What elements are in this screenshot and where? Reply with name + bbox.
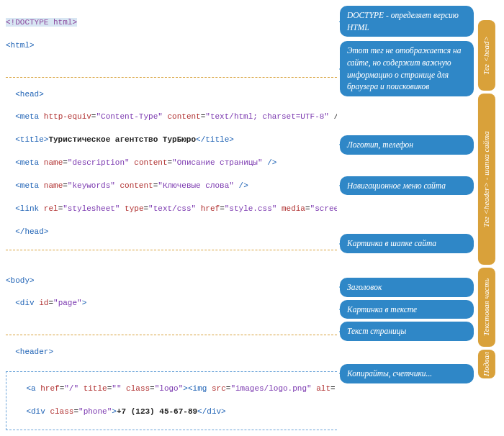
bubble-doctype: DOCTYPE - определяет версию HTML — [340, 6, 474, 37]
line: <meta name="description" content="Описан… — [6, 158, 337, 169]
bubble-text: Текст страницы — [340, 322, 474, 341]
line: <body> — [6, 276, 337, 287]
side-label-content: Текстовая часть — [478, 268, 495, 347]
side-labels-column: Тег <head> Тег <header> - шапка сайта Те… — [474, 6, 495, 436]
line: <a href="/" title="" class="logo"><img s… — [7, 383, 337, 395]
bubble-h1: Заголовок — [340, 278, 474, 297]
side-label-header: Тег <header> - шапка сайта — [478, 94, 495, 265]
side-label-footer: Подвал — [478, 350, 495, 378]
line: <header> — [6, 347, 337, 358]
group-header: <header> <a href="/" title="" class="log… — [6, 335, 337, 436]
line-html-open: <html> — [6, 40, 337, 52]
bubble-footer: Копирайты, счетчики... — [340, 364, 474, 383]
side-label-head: Тег <head> — [478, 20, 495, 91]
bubble-header-img: Картинка в шапке сайта — [340, 234, 474, 253]
annotations-column: DOCTYPE - определяет версию HTML Этот те… — [337, 6, 474, 436]
line: <div class="phone">+7 (123) 45-67-89</di… — [7, 407, 337, 418]
bubble-logo: Логотип, телефон — [340, 135, 474, 155]
bubble-head: Этот тег не отображается на сайте, но со… — [340, 41, 474, 96]
line: <meta name="keywords" content="Ключевые … — [6, 181, 337, 192]
line-doctype: <!DOCTYPE html> — [6, 18, 77, 27]
line: <div id="page"> — [6, 298, 337, 309]
line: <link rel="stylesheet" type="text/css" h… — [6, 204, 337, 215]
line: <head> — [6, 89, 337, 101]
line: <meta http-equiv="Content-Type" content=… — [6, 112, 337, 123]
line: <title>Туристическое агентство ТурБюро</… — [6, 135, 337, 146]
bubble-content-img: Картинка в тексте — [340, 300, 474, 319]
sub-logo: <a href="/" title="" class="logo"><img s… — [6, 371, 337, 430]
bubble-nav: Навигационное меню сайта — [340, 176, 474, 196]
line: </head> — [6, 227, 337, 238]
code-column: <!DOCTYPE html> <html> <head> <meta http… — [6, 6, 337, 436]
group-head: <head> <meta http-equiv="Content-Type" c… — [6, 77, 337, 250]
